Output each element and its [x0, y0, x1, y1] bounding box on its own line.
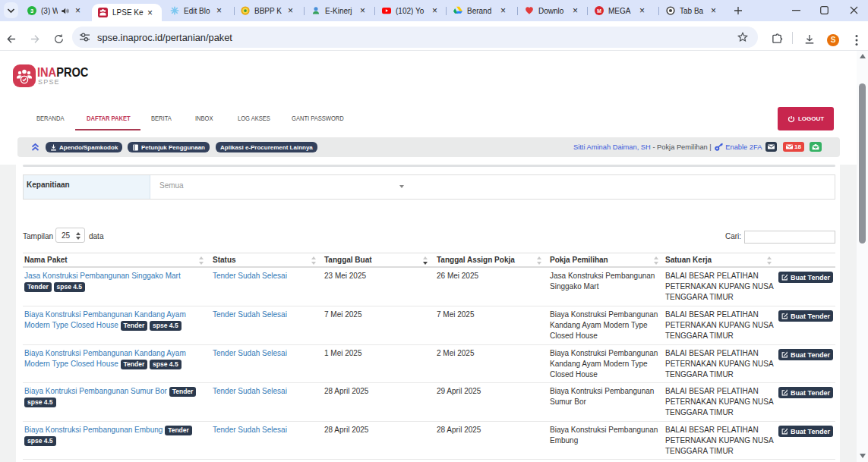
svg-text:M: M — [597, 8, 601, 14]
svg-text:3: 3 — [30, 8, 33, 14]
